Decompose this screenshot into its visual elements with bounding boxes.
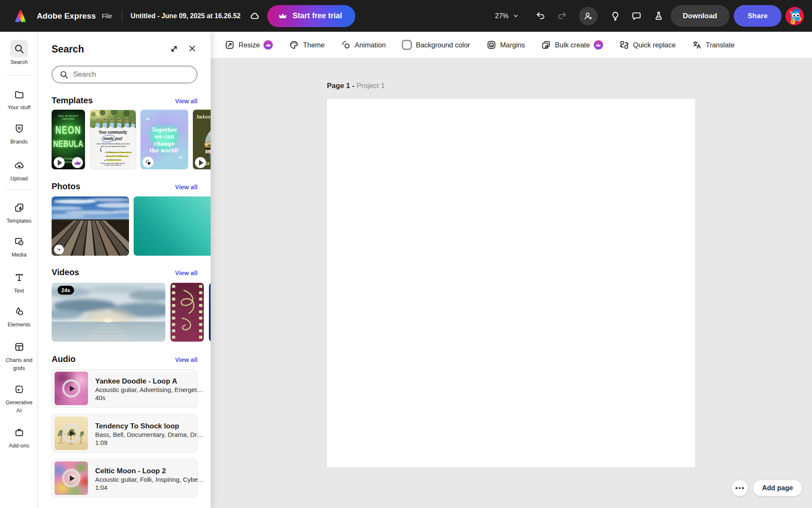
zoom-level: 27%: [495, 12, 509, 20]
resize-button[interactable]: Resize: [225, 40, 273, 50]
sidebar-item-templates[interactable]: Templates: [0, 199, 38, 225]
add-page-button[interactable]: Add page: [753, 480, 802, 496]
background-color-button[interactable]: Background color: [402, 40, 470, 50]
start-free-trial-button[interactable]: Start free trial: [267, 5, 355, 27]
media-icon: [10, 232, 28, 250]
chevron-down-icon: [512, 12, 520, 20]
sidebar-item-label: Brands: [10, 138, 27, 146]
photos-view-all-link[interactable]: View all: [175, 184, 198, 190]
more-options-button[interactable]: [732, 480, 748, 496]
template-card-together[interactable]: “ Together we can change the world! ”: [140, 110, 188, 169]
sidebar-item-brands[interactable]: B Brands: [0, 119, 38, 146]
sidebar-item-upload[interactable]: Upload: [0, 156, 38, 182]
editor-content: Resize Theme Animation Background color: [211, 32, 812, 508]
audio-item-tendency-to-shock[interactable]: Tendency To Shock loop Bass, Bell, Docum…: [52, 414, 198, 453]
templates-view-all-link[interactable]: View all: [175, 98, 198, 105]
document-canvas[interactable]: [327, 99, 695, 467]
invite-people-button[interactable]: [579, 7, 598, 25]
sidebar-item-add-ons[interactable]: Add-ons: [0, 423, 38, 450]
template-card-community[interactable]: Your community needs you! April is Natio…: [90, 110, 136, 169]
animated-badge-icon: [143, 157, 154, 168]
templates-icon: [10, 199, 28, 216]
redo-button[interactable]: [557, 11, 567, 21]
play-icon: [195, 157, 206, 168]
beta-flask-icon[interactable]: [653, 11, 664, 21]
sidebar-item-your-stuff[interactable]: Your stuff: [0, 85, 38, 111]
margins-button[interactable]: Margins: [486, 40, 525, 50]
templates-section-header: Templates View all: [52, 95, 198, 105]
close-quote: ”: [178, 155, 183, 163]
canvas-area: Page 1 - Project 1 Add page: [211, 58, 812, 508]
charts-grids-icon: [10, 338, 28, 356]
ellipsis-icon: [735, 487, 738, 489]
sidebar-item-media[interactable]: Media: [0, 232, 38, 259]
template1-title: NEONNEBULA: [52, 124, 85, 150]
search-field[interactable]: [52, 66, 198, 83]
bulk-create-button[interactable]: Bulk create: [541, 40, 603, 50]
template2-photo: [90, 110, 136, 130]
video-duration-badge: 24s: [58, 286, 74, 295]
undo-button[interactable]: [535, 11, 546, 21]
theme-button[interactable]: Theme: [289, 40, 324, 50]
brand-shield-icon: B: [10, 119, 28, 137]
audio-title: Yankee Doodle - Loop A: [95, 377, 203, 386]
search-input[interactable]: [73, 70, 191, 79]
file-menu[interactable]: File: [102, 12, 112, 19]
sidebar-divider: [5, 75, 33, 76]
sidebar-item-label: GenerativeAI: [5, 398, 33, 414]
audio-duration: 40s: [95, 394, 203, 402]
expand-panel-button[interactable]: [169, 44, 179, 54]
document-title[interactable]: Untitled - June 09, 2025 at 16.26.52: [131, 12, 241, 20]
account-avatar[interactable]: [785, 7, 804, 25]
translate-icon: [692, 40, 702, 50]
template-card-neon-nebula[interactable]: ONLY IN SELECTTHEATERS NEONNEBULA OCTOBE…: [52, 110, 85, 169]
project-name: Project 1: [357, 82, 385, 90]
audio-item-celtic-moon[interactable]: Celtic Moon - Loop 2 Acoustic guitar, Fo…: [52, 459, 198, 497]
sidebar-item-label: Text: [14, 287, 24, 295]
premium-crown-icon: [72, 157, 83, 168]
close-panel-button[interactable]: [188, 44, 197, 53]
animation-button[interactable]: Animation: [341, 40, 386, 50]
sidebar-item-text[interactable]: Text: [0, 268, 38, 295]
template-card-interrail[interactable]: Interr Ber: [193, 110, 211, 169]
topbar-separator: [122, 10, 122, 22]
photo-boardwalk[interactable]: [52, 196, 129, 256]
audio-view-all-link[interactable]: View all: [175, 356, 198, 363]
video-ocean-sunset[interactable]: 24s: [52, 283, 165, 342]
cloud-sync-icon[interactable]: [249, 10, 260, 22]
audio-item-yankee-doodle[interactable]: Yankee Doodle - Loop A Acoustic guitar, …: [52, 369, 198, 408]
comment-icon[interactable]: [631, 11, 642, 22]
photo-teal-gradient[interactable]: [134, 196, 211, 256]
template3-quote: Together we can change the world!: [140, 127, 188, 155]
sidebar-item-label: Templates: [6, 217, 31, 225]
audio-section-header: Audio View all: [52, 354, 198, 364]
sidebar-item-label: Your stuff: [8, 103, 30, 111]
video-dark-blue[interactable]: [209, 283, 211, 342]
template1-kicker: ONLY IN SELECTTHEATERS: [52, 115, 85, 121]
topbar: Adobe Express File Untitled - June 09, 2…: [0, 0, 812, 32]
audio-duration: 1:09: [95, 439, 203, 447]
zoom-control[interactable]: 27%: [495, 12, 520, 20]
sidebar-item-search[interactable]: Search: [0, 40, 38, 66]
videos-heading: Videos: [52, 267, 79, 277]
translate-button[interactable]: Translate: [692, 40, 735, 50]
panel-title: Search: [52, 43, 84, 55]
sidebar-item-charts-and-grids[interactable]: Charts andgrids: [0, 338, 38, 372]
resize-icon: [225, 40, 235, 50]
lightbulb-icon[interactable]: [610, 11, 621, 22]
video-film-strip[interactable]: [170, 283, 204, 342]
margins-icon: [486, 40, 497, 50]
quick-replace-button[interactable]: Quick replace: [619, 40, 676, 50]
sidebar-item-generative-ai[interactable]: GenerativeAI: [0, 380, 38, 414]
videos-view-all-link[interactable]: View all: [175, 270, 198, 276]
share-button[interactable]: Share: [734, 5, 782, 27]
generative-ai-icon: [10, 380, 28, 398]
photos-row: [52, 196, 211, 256]
audio-duration: 1:04: [95, 483, 204, 491]
canvas-toolbar: Resize Theme Animation Background color: [211, 32, 812, 58]
sidebar-item-elements[interactable]: Elements: [0, 302, 38, 329]
premium-crown-icon: [263, 40, 273, 50]
adobe-express-logo-icon[interactable]: [13, 9, 28, 23]
search-panel: Search Templates View all ONLY IN SELECT…: [38, 32, 211, 508]
download-button[interactable]: Download: [671, 5, 730, 27]
